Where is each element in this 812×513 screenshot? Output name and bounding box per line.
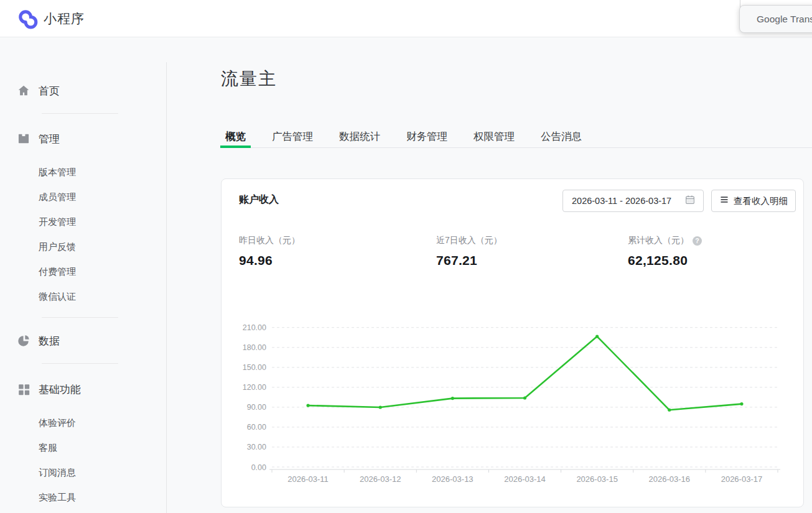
pie-icon (17, 334, 30, 348)
sidebar-item-member-manage[interactable]: 成员管理 (0, 185, 166, 210)
tab-finance-manage[interactable]: 财务管理 (406, 127, 447, 147)
sidebar-item-data[interactable]: 数据 (0, 330, 166, 352)
sidebar-item-wechat-verify[interactable]: 微信认证 (0, 284, 166, 309)
svg-text:2026-03-13: 2026-03-13 (432, 474, 474, 484)
tab-overview[interactable]: 概览 (225, 127, 246, 147)
home-icon (17, 84, 30, 98)
question-icon[interactable]: ? (693, 236, 702, 246)
date-range-value: 2026-03-11 - 2026-03-17 (572, 196, 684, 206)
sidebar-item-experiment-tools[interactable]: 实验工具 (0, 485, 166, 510)
sidebar-item-subscribe-message[interactable]: 订阅消息 (0, 460, 166, 485)
stat-total-income: 累计收入（元） ? 62,125.80 (628, 235, 702, 268)
svg-text:60.00: 60.00 (247, 423, 266, 432)
card-title: 账户收入 (239, 193, 279, 206)
svg-text:2026-03-12: 2026-03-12 (360, 474, 401, 484)
tray-icon (17, 132, 30, 146)
svg-text:90.00: 90.00 (247, 403, 266, 412)
svg-text:2026-03-11: 2026-03-11 (287, 474, 329, 484)
app-title: 小程序 (44, 0, 85, 37)
grid-icon (17, 382, 30, 396)
sidebar-item-version-manage[interactable]: 版本管理 (0, 160, 166, 185)
svg-text:180.00: 180.00 (243, 343, 266, 352)
calendar-icon (684, 194, 696, 208)
stat-yesterday-income: 昨日收入（元） 94.96 (239, 235, 300, 268)
svg-text:2026-03-15: 2026-03-15 (576, 474, 618, 484)
sidebar-manage-sublist: 版本管理 成员管理 开发管理 用户反馈 付费管理 微信认证 (0, 160, 166, 309)
sidebar-item-payment-manage[interactable]: 付费管理 (0, 259, 166, 284)
tab-ad-manage[interactable]: 广告管理 (272, 127, 313, 147)
svg-text:150.00: 150.00 (243, 363, 266, 372)
sidebar-item-user-feedback[interactable]: 用户反馈 (0, 234, 166, 259)
stat-label: 累计收入（元） ? (628, 235, 702, 246)
sidebar-item-label: 首页 (39, 84, 60, 98)
list-menu-icon (719, 195, 729, 207)
miniprogram-console-window: 小程序 Google Trans 首页 管理 版本管理 成员管理 开发管理 用户… (0, 0, 812, 513)
income-chart: 0.0030.0060.0090.00120.00150.00180.00210… (229, 313, 797, 499)
stat-label: 昨日收入（元） (239, 235, 300, 246)
sidebar-item-label: 基础功能 (39, 382, 81, 397)
view-income-detail-label: 查看收入明细 (734, 195, 788, 207)
svg-text:2026-03-14: 2026-03-14 (504, 474, 546, 484)
account-income-card: 账户收入 2026-03-11 - 2026-03-17 (221, 178, 804, 507)
sidebar-section-divider (42, 363, 118, 364)
stat-7day-income: 近7日收入（元） 767.21 (436, 235, 502, 268)
sidebar-item-label: 数据 (39, 334, 60, 348)
wechat-miniprogram-logo-icon (16, 6, 40, 31)
sidebar-item-home[interactable]: 首页 (0, 80, 166, 102)
sidebar-section-divider (42, 113, 118, 114)
stat-value: 94.96 (239, 253, 300, 268)
sidebar-item-experience-review[interactable]: 体验评价 (0, 410, 166, 435)
svg-text:210.00: 210.00 (243, 323, 266, 332)
tab-permission-manage[interactable]: 权限管理 (474, 127, 515, 147)
sidebar-basic-sublist: 体验评价 客服 订阅消息 实验工具 (0, 410, 166, 510)
google-translate-popup[interactable]: Google Trans (739, 5, 812, 33)
stat-value: 62,125.80 (628, 253, 702, 268)
sidebar-item-manage[interactable]: 管理 (0, 127, 166, 150)
sidebar-item-dev-manage[interactable]: 开发管理 (0, 210, 166, 234)
svg-text:120.00: 120.00 (243, 383, 266, 392)
tab-bar: 概览 广告管理 数据统计 财务管理 权限管理 公告消息 (222, 127, 812, 148)
stat-label-text: 累计收入（元） (628, 235, 689, 246)
top-header: 小程序 Google Trans (0, 0, 812, 37)
stat-label: 近7日收入（元） (436, 235, 502, 246)
sidebar-item-basic-functions[interactable]: 基础功能 (0, 378, 166, 400)
sidebar-item-customer-service[interactable]: 客服 (0, 435, 166, 460)
tab-data-stats[interactable]: 数据统计 (339, 127, 380, 147)
svg-text:30.00: 30.00 (247, 443, 266, 451)
svg-text:2026-03-16: 2026-03-16 (649, 474, 691, 484)
sidebar-nav: 首页 管理 版本管理 成员管理 开发管理 用户反馈 付费管理 微信认证 (0, 62, 166, 510)
svg-text:2026-03-17: 2026-03-17 (721, 474, 763, 484)
view-income-detail-button[interactable]: 查看收入明细 (711, 190, 796, 212)
sidebar-divider (166, 62, 167, 513)
tab-announcement[interactable]: 公告消息 (541, 127, 582, 147)
sidebar-item-label: 管理 (39, 132, 60, 146)
page-title: 流量主 (221, 67, 277, 91)
date-range-picker[interactable]: 2026-03-11 - 2026-03-17 (562, 190, 704, 212)
sidebar-section-divider (42, 317, 118, 318)
stat-value: 767.21 (436, 253, 502, 268)
svg-text:0.00: 0.00 (251, 463, 266, 472)
